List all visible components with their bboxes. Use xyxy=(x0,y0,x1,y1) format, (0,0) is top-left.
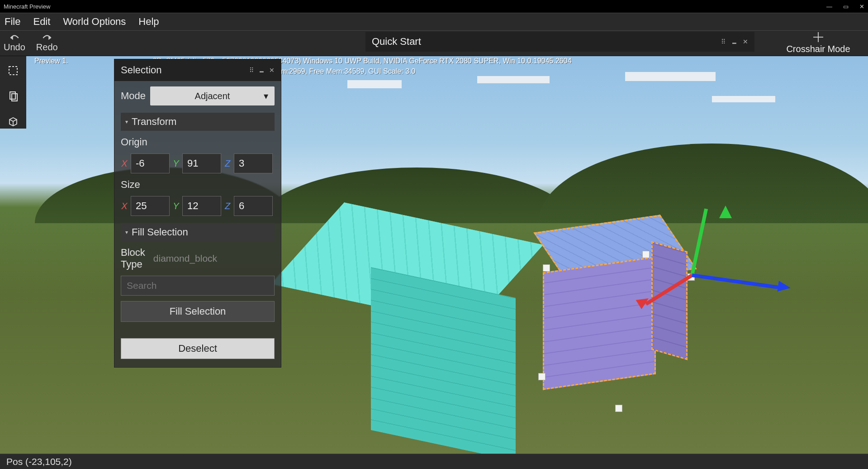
size-x-input[interactable] xyxy=(131,196,170,216)
clipboard-icon xyxy=(8,91,19,101)
axis-x-label: X xyxy=(121,158,128,169)
search-input[interactable] xyxy=(121,276,275,296)
side-tools xyxy=(0,56,26,129)
menu-world-options[interactable]: World Options xyxy=(63,16,126,28)
selection-panel: Selection ⠿ 🗕 ✕ Mode Adjacent ▾ ▾ Transf… xyxy=(114,59,281,368)
collapse-icon: ▾ xyxy=(125,229,128,235)
block-type-label: Block xyxy=(121,247,145,258)
menubar: File Edit World Options Help xyxy=(0,13,868,31)
window-title: Minecraft Preview xyxy=(4,3,50,10)
panel-header[interactable]: Selection ⠿ 🗕 ✕ xyxy=(114,59,281,81)
selection-handle[interactable] xyxy=(538,373,545,380)
axis-z-label: Z xyxy=(224,201,231,211)
origin-x-input[interactable] xyxy=(131,153,170,173)
axis-y-label: Y xyxy=(172,201,180,211)
drag-handle-icon[interactable]: ⠿ xyxy=(249,67,254,74)
drag-handle-icon[interactable]: ⠿ xyxy=(721,38,726,45)
crosshair-mode-button[interactable]: Crosshair Mode xyxy=(768,31,868,56)
origin-label: Origin xyxy=(121,136,275,148)
selection-handle[interactable] xyxy=(543,264,550,272)
undo-button[interactable]: Undo xyxy=(4,34,25,53)
block-type-value: diamond_block xyxy=(153,253,217,264)
fill-selection-button[interactable]: Fill Selection xyxy=(121,301,275,322)
gizmo-z-icon[interactable] xyxy=(777,281,791,293)
chevron-down-icon: ▾ xyxy=(264,91,268,101)
cloud xyxy=(712,96,775,102)
menu-help[interactable]: Help xyxy=(138,16,159,28)
minimize-panel-icon[interactable]: 🗕 xyxy=(258,67,265,74)
menu-edit[interactable]: Edit xyxy=(33,16,50,28)
cube-tool[interactable] xyxy=(7,115,19,128)
mode-label: Mode xyxy=(121,90,146,102)
selection-handle[interactable] xyxy=(615,405,622,412)
menu-file[interactable]: File xyxy=(5,16,20,28)
axis-x-label: X xyxy=(121,201,128,211)
window-controls: — ▭ ✕ xyxy=(826,3,864,10)
cloud xyxy=(347,80,402,88)
transform-section[interactable]: ▾ Transform xyxy=(121,113,275,131)
size-y-input[interactable] xyxy=(182,196,221,216)
close-button[interactable]: ✕ xyxy=(859,3,864,10)
size-z-input[interactable] xyxy=(234,196,273,216)
close-panel-icon[interactable]: ✕ xyxy=(743,38,748,45)
origin-y-input[interactable] xyxy=(182,153,221,173)
statusbar: Pos (-23,105,2) xyxy=(0,454,868,469)
quick-start-title: Quick Start xyxy=(372,36,421,48)
clipboard-tool[interactable] xyxy=(7,90,19,102)
deselect-button[interactable]: Deselect xyxy=(121,338,275,359)
cube-icon xyxy=(8,116,19,127)
maximize-button[interactable]: ▭ xyxy=(843,3,849,10)
gizmo-y-icon[interactable] xyxy=(719,206,732,218)
selection-handle[interactable] xyxy=(642,251,650,258)
axis-y-label: Y xyxy=(172,158,180,169)
origin-z-input[interactable] xyxy=(234,153,273,173)
svg-rect-4 xyxy=(9,67,17,75)
collapse-icon: ▾ xyxy=(125,119,128,125)
size-label: Size xyxy=(121,179,275,191)
block-type-label: Type xyxy=(121,258,145,270)
redo-button[interactable]: Redo xyxy=(36,34,58,53)
position-label: Pos xyxy=(6,456,23,467)
quick-start-panel[interactable]: Quick Start ⠿ 🗕 ✕ xyxy=(365,32,754,52)
main-area: Preview 1. 3D_SM65 (cli-p579, s597232102… xyxy=(0,56,868,454)
svg-rect-6 xyxy=(12,94,17,101)
selection-tool-icon xyxy=(8,65,19,76)
panel-title: Selection xyxy=(121,64,162,76)
crosshair-icon xyxy=(813,32,823,42)
close-panel-icon[interactable]: ✕ xyxy=(269,67,275,74)
position-value: (-23,105,2) xyxy=(25,456,72,467)
svg-rect-5 xyxy=(10,92,15,99)
mode-dropdown[interactable]: Adjacent ▾ xyxy=(150,86,275,105)
selection-tool[interactable] xyxy=(7,64,19,77)
minimize-panel-icon[interactable]: 🗕 xyxy=(731,38,737,45)
undo-icon xyxy=(9,34,20,42)
minimize-button[interactable]: — xyxy=(826,3,832,10)
axis-z-label: Z xyxy=(224,158,231,169)
titlebar: Minecraft Preview — ▭ ✕ xyxy=(0,0,868,13)
fill-section[interactable]: ▾ Fill Selection xyxy=(121,223,275,241)
redo-icon xyxy=(41,34,53,42)
